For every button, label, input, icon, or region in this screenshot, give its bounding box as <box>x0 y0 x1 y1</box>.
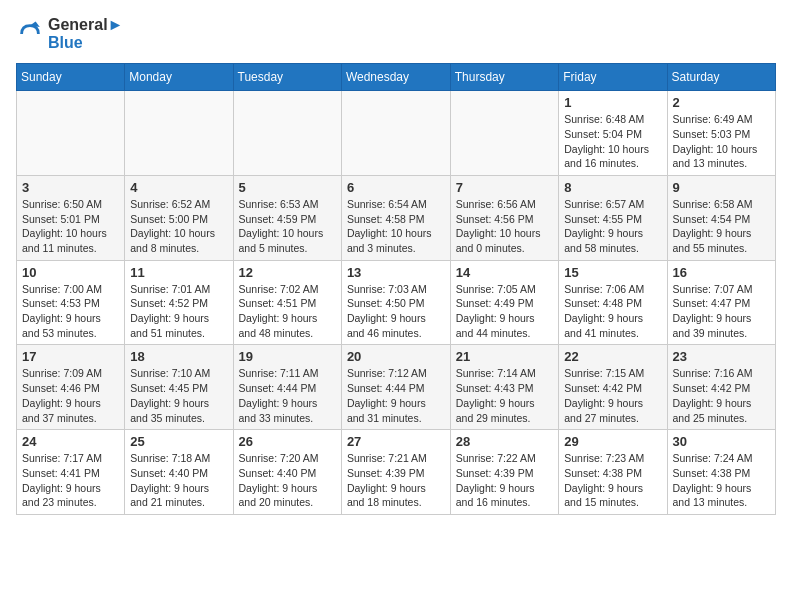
day-number: 1 <box>564 95 661 110</box>
day-info: Sunrise: 7:16 AM Sunset: 4:42 PM Dayligh… <box>673 366 770 425</box>
calendar-cell <box>341 91 450 176</box>
day-number: 15 <box>564 265 661 280</box>
day-info: Sunrise: 7:23 AM Sunset: 4:38 PM Dayligh… <box>564 451 661 510</box>
day-info: Sunrise: 6:48 AM Sunset: 5:04 PM Dayligh… <box>564 112 661 171</box>
calendar-cell: 18Sunrise: 7:10 AM Sunset: 4:45 PM Dayli… <box>125 345 233 430</box>
day-number: 13 <box>347 265 445 280</box>
day-number: 24 <box>22 434 119 449</box>
day-number: 7 <box>456 180 553 195</box>
day-number: 8 <box>564 180 661 195</box>
day-number: 6 <box>347 180 445 195</box>
calendar-cell: 1Sunrise: 6:48 AM Sunset: 5:04 PM Daylig… <box>559 91 667 176</box>
weekday-header-thursday: Thursday <box>450 64 558 91</box>
day-number: 23 <box>673 349 770 364</box>
calendar-cell <box>17 91 125 176</box>
logo-icon <box>16 20 44 48</box>
day-info: Sunrise: 7:22 AM Sunset: 4:39 PM Dayligh… <box>456 451 553 510</box>
day-number: 12 <box>239 265 336 280</box>
day-number: 11 <box>130 265 227 280</box>
day-info: Sunrise: 6:53 AM Sunset: 4:59 PM Dayligh… <box>239 197 336 256</box>
calendar-cell: 22Sunrise: 7:15 AM Sunset: 4:42 PM Dayli… <box>559 345 667 430</box>
calendar-cell: 27Sunrise: 7:21 AM Sunset: 4:39 PM Dayli… <box>341 430 450 515</box>
day-info: Sunrise: 7:14 AM Sunset: 4:43 PM Dayligh… <box>456 366 553 425</box>
calendar-cell: 5Sunrise: 6:53 AM Sunset: 4:59 PM Daylig… <box>233 175 341 260</box>
calendar-cell: 15Sunrise: 7:06 AM Sunset: 4:48 PM Dayli… <box>559 260 667 345</box>
day-info: Sunrise: 7:07 AM Sunset: 4:47 PM Dayligh… <box>673 282 770 341</box>
day-number: 22 <box>564 349 661 364</box>
calendar-cell: 11Sunrise: 7:01 AM Sunset: 4:52 PM Dayli… <box>125 260 233 345</box>
day-info: Sunrise: 6:50 AM Sunset: 5:01 PM Dayligh… <box>22 197 119 256</box>
day-info: Sunrise: 7:06 AM Sunset: 4:48 PM Dayligh… <box>564 282 661 341</box>
calendar-cell <box>233 91 341 176</box>
day-info: Sunrise: 7:15 AM Sunset: 4:42 PM Dayligh… <box>564 366 661 425</box>
calendar-cell: 10Sunrise: 7:00 AM Sunset: 4:53 PM Dayli… <box>17 260 125 345</box>
day-number: 2 <box>673 95 770 110</box>
day-number: 21 <box>456 349 553 364</box>
day-info: Sunrise: 7:02 AM Sunset: 4:51 PM Dayligh… <box>239 282 336 341</box>
day-number: 26 <box>239 434 336 449</box>
calendar-cell: 14Sunrise: 7:05 AM Sunset: 4:49 PM Dayli… <box>450 260 558 345</box>
day-info: Sunrise: 6:57 AM Sunset: 4:55 PM Dayligh… <box>564 197 661 256</box>
calendar-cell: 4Sunrise: 6:52 AM Sunset: 5:00 PM Daylig… <box>125 175 233 260</box>
day-info: Sunrise: 6:58 AM Sunset: 4:54 PM Dayligh… <box>673 197 770 256</box>
calendar-cell: 25Sunrise: 7:18 AM Sunset: 4:40 PM Dayli… <box>125 430 233 515</box>
day-number: 17 <box>22 349 119 364</box>
day-info: Sunrise: 7:11 AM Sunset: 4:44 PM Dayligh… <box>239 366 336 425</box>
calendar-cell: 12Sunrise: 7:02 AM Sunset: 4:51 PM Dayli… <box>233 260 341 345</box>
weekday-header-tuesday: Tuesday <box>233 64 341 91</box>
weekday-header-monday: Monday <box>125 64 233 91</box>
calendar-cell: 29Sunrise: 7:23 AM Sunset: 4:38 PM Dayli… <box>559 430 667 515</box>
day-info: Sunrise: 7:17 AM Sunset: 4:41 PM Dayligh… <box>22 451 119 510</box>
logo-text: General► Blue <box>48 16 123 51</box>
calendar-cell: 7Sunrise: 6:56 AM Sunset: 4:56 PM Daylig… <box>450 175 558 260</box>
calendar-cell: 17Sunrise: 7:09 AM Sunset: 4:46 PM Dayli… <box>17 345 125 430</box>
calendar-cell: 20Sunrise: 7:12 AM Sunset: 4:44 PM Dayli… <box>341 345 450 430</box>
calendar-cell: 2Sunrise: 6:49 AM Sunset: 5:03 PM Daylig… <box>667 91 775 176</box>
day-number: 5 <box>239 180 336 195</box>
day-number: 9 <box>673 180 770 195</box>
day-number: 28 <box>456 434 553 449</box>
calendar-cell: 23Sunrise: 7:16 AM Sunset: 4:42 PM Dayli… <box>667 345 775 430</box>
day-number: 30 <box>673 434 770 449</box>
calendar-cell: 24Sunrise: 7:17 AM Sunset: 4:41 PM Dayli… <box>17 430 125 515</box>
day-info: Sunrise: 7:09 AM Sunset: 4:46 PM Dayligh… <box>22 366 119 425</box>
day-number: 4 <box>130 180 227 195</box>
day-number: 14 <box>456 265 553 280</box>
calendar-cell: 13Sunrise: 7:03 AM Sunset: 4:50 PM Dayli… <box>341 260 450 345</box>
day-info: Sunrise: 7:21 AM Sunset: 4:39 PM Dayligh… <box>347 451 445 510</box>
calendar-cell: 6Sunrise: 6:54 AM Sunset: 4:58 PM Daylig… <box>341 175 450 260</box>
calendar-cell: 19Sunrise: 7:11 AM Sunset: 4:44 PM Dayli… <box>233 345 341 430</box>
weekday-header-sunday: Sunday <box>17 64 125 91</box>
day-info: Sunrise: 7:01 AM Sunset: 4:52 PM Dayligh… <box>130 282 227 341</box>
calendar-cell: 30Sunrise: 7:24 AM Sunset: 4:38 PM Dayli… <box>667 430 775 515</box>
calendar-cell: 16Sunrise: 7:07 AM Sunset: 4:47 PM Dayli… <box>667 260 775 345</box>
day-info: Sunrise: 7:05 AM Sunset: 4:49 PM Dayligh… <box>456 282 553 341</box>
page-header: General► Blue <box>16 16 776 51</box>
calendar-table: SundayMondayTuesdayWednesdayThursdayFrid… <box>16 63 776 515</box>
day-info: Sunrise: 7:20 AM Sunset: 4:40 PM Dayligh… <box>239 451 336 510</box>
calendar-cell: 28Sunrise: 7:22 AM Sunset: 4:39 PM Dayli… <box>450 430 558 515</box>
logo: General► Blue <box>16 16 123 51</box>
weekday-header-wednesday: Wednesday <box>341 64 450 91</box>
day-number: 16 <box>673 265 770 280</box>
day-number: 10 <box>22 265 119 280</box>
calendar-cell: 8Sunrise: 6:57 AM Sunset: 4:55 PM Daylig… <box>559 175 667 260</box>
calendar-cell: 26Sunrise: 7:20 AM Sunset: 4:40 PM Dayli… <box>233 430 341 515</box>
day-number: 20 <box>347 349 445 364</box>
calendar-cell: 3Sunrise: 6:50 AM Sunset: 5:01 PM Daylig… <box>17 175 125 260</box>
day-number: 27 <box>347 434 445 449</box>
weekday-header-friday: Friday <box>559 64 667 91</box>
day-info: Sunrise: 6:56 AM Sunset: 4:56 PM Dayligh… <box>456 197 553 256</box>
day-number: 29 <box>564 434 661 449</box>
day-info: Sunrise: 6:52 AM Sunset: 5:00 PM Dayligh… <box>130 197 227 256</box>
calendar-cell: 9Sunrise: 6:58 AM Sunset: 4:54 PM Daylig… <box>667 175 775 260</box>
calendar-cell: 21Sunrise: 7:14 AM Sunset: 4:43 PM Dayli… <box>450 345 558 430</box>
weekday-header-saturday: Saturday <box>667 64 775 91</box>
day-info: Sunrise: 7:03 AM Sunset: 4:50 PM Dayligh… <box>347 282 445 341</box>
day-number: 18 <box>130 349 227 364</box>
day-info: Sunrise: 6:54 AM Sunset: 4:58 PM Dayligh… <box>347 197 445 256</box>
day-info: Sunrise: 6:49 AM Sunset: 5:03 PM Dayligh… <box>673 112 770 171</box>
day-info: Sunrise: 7:12 AM Sunset: 4:44 PM Dayligh… <box>347 366 445 425</box>
calendar-cell <box>450 91 558 176</box>
day-info: Sunrise: 7:00 AM Sunset: 4:53 PM Dayligh… <box>22 282 119 341</box>
